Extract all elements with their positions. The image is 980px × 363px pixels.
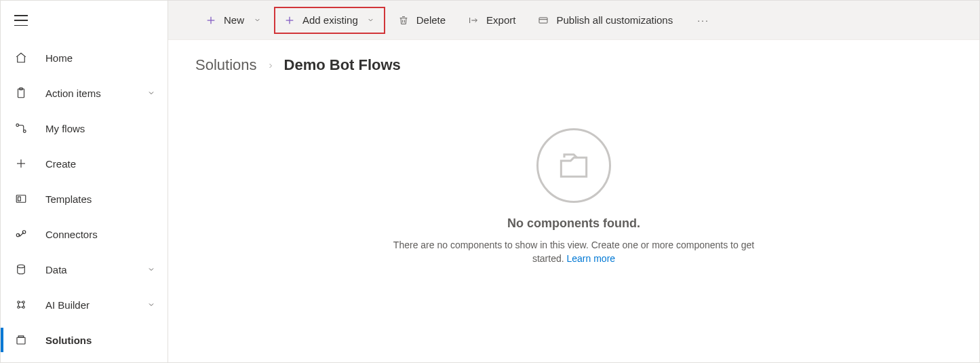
export-icon: [467, 14, 479, 26]
publish-button[interactable]: Publish all customizations: [528, 7, 682, 34]
main: New Add existing Delete: [168, 1, 979, 362]
cmd-label: New: [224, 14, 244, 26]
overflow-menu-button[interactable]: ···: [692, 7, 715, 34]
sidebar-item-connectors[interactable]: Connectors: [1, 216, 168, 252]
plus-icon: [283, 14, 296, 26]
svg-point-3: [23, 130, 26, 133]
cmd-label: Export: [486, 14, 515, 26]
sidebar-item-label: Action items: [45, 88, 146, 99]
chevron-down-icon: [146, 88, 157, 98]
empty-folder-icon: [536, 128, 611, 203]
sidebar-item-label: AI Builder: [45, 299, 146, 311]
add-existing-button[interactable]: Add existing: [274, 7, 385, 34]
svg-point-9: [22, 231, 26, 234]
sidebar-item-create[interactable]: Create: [1, 146, 168, 181]
chevron-down-icon: [252, 16, 262, 25]
home-icon: [14, 51, 28, 64]
sidebar-item-home[interactable]: Home: [1, 40, 168, 75]
sidebar-item-label: Data: [45, 264, 146, 275]
command-bar: New Add existing Delete: [168, 1, 979, 40]
svg-point-2: [16, 124, 19, 127]
hamburger-menu-button[interactable]: [14, 15, 28, 26]
sidebar-item-my-flows[interactable]: My flows: [1, 111, 168, 146]
connector-icon: [14, 227, 28, 241]
breadcrumb: Solutions Demo Bot Flows: [195, 56, 952, 74]
sidebar: Home Action items My flows: [1, 1, 168, 362]
sidebar-item-label: Connectors: [45, 229, 157, 240]
plus-icon: [205, 14, 217, 26]
publish-icon: [537, 14, 549, 26]
svg-point-11: [18, 301, 20, 303]
sidebar-item-templates[interactable]: Templates: [1, 181, 168, 216]
svg-point-12: [22, 301, 24, 303]
export-button[interactable]: Export: [458, 7, 525, 34]
sidebar-item-label: My flows: [45, 123, 157, 134]
sidebar-item-action-items[interactable]: Action items: [1, 75, 168, 111]
empty-state: No components found. There are no compon…: [384, 128, 764, 265]
svg-rect-16: [18, 336, 24, 337]
sidebar-item-label: Home: [45, 52, 157, 64]
cmd-label: Delete: [416, 14, 446, 26]
nav: Home Action items My flows: [1, 40, 168, 358]
empty-state-description: There are no components to show in this …: [384, 239, 764, 265]
svg-point-13: [18, 306, 20, 308]
content-area: Solutions Demo Bot Flows No components f…: [168, 40, 979, 362]
svg-rect-21: [539, 18, 547, 23]
chevron-down-icon: [366, 16, 376, 25]
sidebar-item-label: Templates: [45, 193, 157, 205]
cmd-label: Add existing: [302, 14, 358, 26]
chevron-right-icon: [267, 62, 275, 70]
ai-icon: [14, 298, 28, 311]
delete-button[interactable]: Delete: [388, 7, 455, 34]
sidebar-item-label: Solutions: [45, 335, 157, 346]
trash-icon: [397, 14, 410, 26]
empty-state-title: No components found.: [384, 216, 764, 231]
sidebar-item-data[interactable]: Data: [1, 252, 168, 287]
learn-more-link[interactable]: Learn more: [567, 253, 616, 264]
new-button[interactable]: New: [195, 7, 271, 34]
flow-icon: [14, 121, 28, 135]
sidebar-item-ai-builder[interactable]: AI Builder: [1, 287, 168, 322]
sidebar-item-label: Create: [45, 158, 157, 170]
template-icon: [14, 192, 28, 206]
solution-icon: [14, 333, 28, 347]
chevron-down-icon: [146, 299, 157, 310]
database-icon: [14, 263, 28, 276]
svg-rect-15: [17, 337, 25, 344]
sidebar-item-solutions[interactable]: Solutions: [1, 322, 168, 358]
clipboard-icon: [14, 86, 28, 100]
svg-point-10: [18, 265, 25, 268]
chevron-down-icon: [146, 264, 157, 275]
plus-icon: [14, 157, 28, 170]
svg-point-14: [22, 306, 24, 308]
breadcrumb-root[interactable]: Solutions: [195, 56, 257, 74]
svg-rect-7: [18, 197, 21, 201]
cmd-label: Publish all customizations: [556, 14, 673, 26]
breadcrumb-current: Demo Bot Flows: [284, 56, 401, 74]
